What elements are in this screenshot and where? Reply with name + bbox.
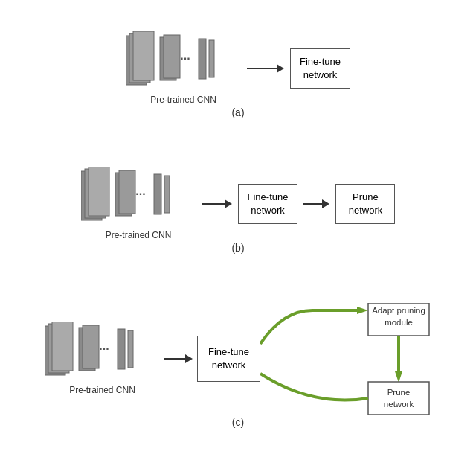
cnn-drawing-a: ... — [126, 32, 241, 92]
svg-rect-7 — [209, 40, 214, 77]
svg-text:Prune: Prune — [387, 388, 411, 397]
arrow-head — [225, 199, 232, 208]
diagram-c: ... Pre-trained CNN Fine-tunenetwork — [0, 303, 476, 428]
box-fine-tune-b-label: Fine-tunenetwork — [248, 191, 289, 216]
diagram-a: ... Pre-trained CNN Fine-tunenetwork (a) — [0, 32, 476, 118]
svg-rect-20 — [83, 325, 99, 368]
svg-rect-14 — [154, 174, 161, 214]
svg-rect-15 — [164, 176, 170, 213]
svg-rect-6 — [199, 39, 206, 79]
arrow-line — [303, 203, 322, 205]
svg-rect-12 — [119, 170, 135, 214]
curved-arrows-svg-c: Adapt pruning module Prune network — [260, 303, 431, 415]
svg-rect-23 — [128, 330, 133, 368]
cnn-svg-b: ... — [81, 167, 196, 228]
box-prune-b-label: Prunenetwork — [349, 191, 383, 216]
arrow-head — [185, 354, 193, 363]
svg-marker-24 — [357, 307, 368, 314]
caption-a: (a) — [231, 106, 244, 118]
svg-rect-2 — [133, 31, 154, 80]
cnn-drawing-b: ... — [81, 167, 196, 227]
svg-rect-10 — [89, 167, 109, 216]
box-prune-b: Prunenetwork — [335, 184, 395, 224]
arrow-head — [322, 199, 329, 208]
box-fine-tune-b: Fine-tunenetwork — [238, 184, 298, 224]
box-fine-tune-a: Fine-tunenetwork — [290, 48, 350, 89]
diagram-container: ... Pre-trained CNN Fine-tunenetwork (a) — [0, 0, 476, 460]
svg-rect-22 — [118, 329, 125, 369]
cnn-svg-c: ... — [45, 322, 160, 383]
svg-text:...: ... — [99, 339, 109, 352]
svg-text:...: ... — [180, 49, 190, 62]
arrow-c-1 — [164, 354, 193, 363]
caption-c: (c) — [232, 416, 244, 428]
diagram-b: ... Pre-trained CNN Fine-tunenetwork — [0, 167, 476, 254]
arrow-b-1 — [202, 199, 232, 208]
cnn-wrapper-b: ... Pre-trained CNN — [81, 167, 196, 240]
svg-text:network: network — [384, 400, 414, 409]
box-fine-tune-c: Fine-tunenetwork — [197, 336, 260, 382]
cnn-wrapper-c: ... Pre-trained CNN — [45, 322, 160, 395]
cnn-wrapper-a: ... Pre-trained CNN — [126, 32, 241, 105]
caption-b: (b) — [231, 242, 244, 254]
svg-text:...: ... — [135, 185, 145, 197]
cnn-label-c: Pre-trained CNN — [69, 385, 135, 395]
arrow-line — [247, 68, 277, 69]
arrow-head — [277, 64, 284, 73]
box-fine-tune-a-label: Fine-tunenetwork — [300, 56, 341, 80]
box-fine-tune-c-label: Fine-tunenetwork — [208, 346, 249, 371]
svg-rect-18 — [52, 322, 73, 371]
cnn-label-a: Pre-trained CNN — [150, 95, 216, 105]
cnn-svg-a: ... — [126, 31, 241, 92]
cnn-label-b: Pre-trained CNN — [106, 230, 172, 240]
svg-text:module: module — [385, 318, 413, 327]
arrow-line — [202, 203, 225, 205]
arrow-a-1 — [247, 64, 284, 73]
arrow-line — [164, 358, 185, 360]
svg-text:Adapt pruning: Adapt pruning — [372, 306, 425, 315]
svg-marker-29 — [395, 371, 402, 383]
svg-rect-30 — [368, 382, 429, 415]
svg-rect-4 — [164, 35, 180, 78]
arrow-b-2 — [303, 199, 329, 208]
cnn-drawing-c: ... — [45, 322, 160, 382]
